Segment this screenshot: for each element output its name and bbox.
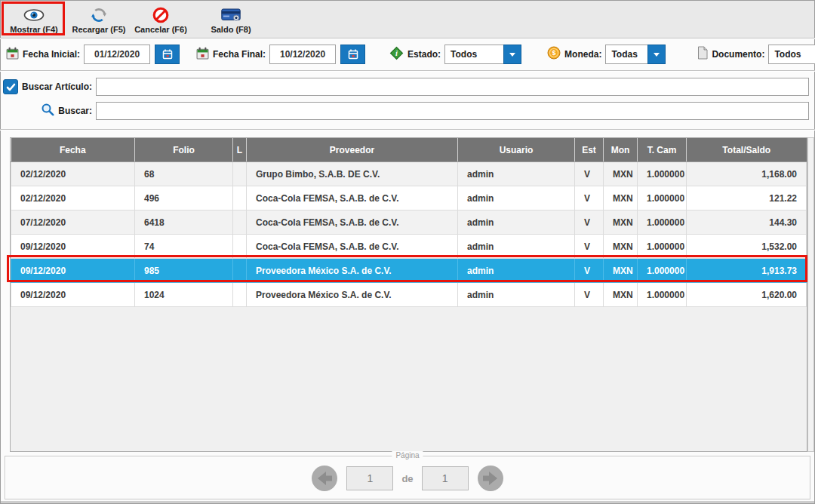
table-cell[interactable]: V bbox=[575, 186, 604, 211]
table-cell[interactable]: 6418 bbox=[135, 211, 233, 235]
table-row[interactable]: 07/12/20206418Coca-Cola FEMSA, S.A.B. de… bbox=[11, 211, 807, 235]
cancelar-button[interactable]: Cancelar (F6) bbox=[132, 3, 189, 36]
estado-select[interactable]: Todos bbox=[444, 45, 521, 64]
column-header-est[interactable]: Est bbox=[575, 138, 604, 162]
table-cell[interactable]: V bbox=[575, 259, 604, 283]
buscar-input[interactable] bbox=[96, 102, 809, 120]
table-cell[interactable]: admin bbox=[458, 235, 575, 259]
table-cell[interactable]: V bbox=[575, 162, 604, 186]
column-header-l[interactable]: L bbox=[233, 138, 247, 162]
moneda-dropdown-button[interactable] bbox=[647, 45, 666, 64]
documento-select[interactable]: Todos bbox=[768, 45, 815, 64]
table-cell[interactable]: Coca-Cola FEMSA, S.A.B. de C.V. bbox=[247, 235, 458, 259]
table-row[interactable]: 09/12/202074Coca-Cola FEMSA, S.A.B. de C… bbox=[11, 235, 807, 259]
table-cell[interactable]: 1.000000 bbox=[638, 162, 687, 186]
table-cell[interactable]: 1,620.00 bbox=[687, 283, 807, 307]
table-cell[interactable] bbox=[233, 211, 247, 235]
table-row[interactable]: 09/12/2020985Proveedora México S.A. de C… bbox=[11, 259, 807, 283]
fecha-final-input[interactable] bbox=[269, 45, 336, 64]
table-cell[interactable]: 09/12/2020 bbox=[11, 283, 135, 307]
table-cell[interactable]: admin bbox=[458, 162, 575, 186]
column-header-mon[interactable]: Mon bbox=[604, 138, 638, 162]
fecha-inicial-label: Fecha Inicial: bbox=[23, 49, 80, 60]
buscar-articulo-row: Buscar Artículo: bbox=[0, 77, 815, 97]
buscar-articulo-input[interactable] bbox=[96, 78, 809, 96]
table-cell[interactable] bbox=[233, 162, 247, 186]
column-header-fecha[interactable]: Fecha bbox=[11, 138, 135, 162]
table-cell[interactable]: 07/12/2020 bbox=[11, 211, 135, 235]
table-cell[interactable]: MXN bbox=[604, 283, 638, 307]
table-row[interactable]: 02/12/2020496Coca-Cola FEMSA, S.A.B. de … bbox=[11, 186, 807, 211]
table-cell[interactable]: admin bbox=[458, 283, 575, 307]
table-cell[interactable]: Proveedora México S.A. de C.V. bbox=[247, 283, 458, 307]
column-header-usuario[interactable]: Usuario bbox=[458, 138, 575, 162]
table-cell[interactable]: Grupo Bimbo, S.A.B. DE C.V. bbox=[247, 162, 458, 186]
table-cell[interactable]: MXN bbox=[604, 162, 638, 186]
table-cell[interactable] bbox=[233, 259, 247, 283]
calendar-picker-icon bbox=[161, 48, 174, 60]
column-header-proveedor[interactable]: Proveedor bbox=[247, 138, 458, 162]
fecha-final-calendar-button[interactable] bbox=[340, 45, 365, 64]
saldo-button[interactable]: Saldo (F8) bbox=[203, 3, 259, 36]
table-scrollbar-track[interactable] bbox=[807, 137, 814, 452]
table-cell[interactable]: admin bbox=[458, 211, 575, 235]
fecha-inicial-calendar-button[interactable] bbox=[155, 45, 180, 64]
fecha-inicial-input[interactable] bbox=[84, 45, 150, 64]
table-cell[interactable]: 1,532.00 bbox=[687, 235, 807, 259]
table-cell[interactable]: admin bbox=[458, 186, 575, 211]
table-cell[interactable]: 121.22 bbox=[687, 186, 807, 211]
table-cell[interactable]: 1.000000 bbox=[638, 283, 687, 307]
search-separator bbox=[0, 129, 815, 130]
column-header-total-saldo[interactable]: Total/Saldo bbox=[687, 138, 807, 162]
table-cell[interactable]: admin bbox=[458, 259, 575, 283]
next-page-button[interactable] bbox=[477, 465, 504, 492]
table-cell[interactable]: Coca-Cola FEMSA, S.A.B. de C.V. bbox=[247, 211, 458, 235]
total-pages-input[interactable] bbox=[422, 466, 469, 490]
estado-dropdown-button[interactable] bbox=[503, 45, 521, 64]
column-header-t-cam[interactable]: T. Cam bbox=[638, 138, 687, 162]
table-cell[interactable]: V bbox=[575, 283, 604, 307]
table-cell[interactable]: 1,913.73 bbox=[687, 259, 807, 283]
table-cell[interactable]: MXN bbox=[604, 259, 638, 283]
table-cell[interactable]: 1.000000 bbox=[638, 186, 687, 211]
table-cell[interactable]: 1024 bbox=[135, 283, 233, 307]
table-row[interactable]: 09/12/20201024Proveedora México S.A. de … bbox=[11, 283, 807, 307]
table-cell[interactable]: 985 bbox=[135, 259, 233, 283]
table-row[interactable]: 02/12/202068Grupo Bimbo, S.A.B. DE C.V.a… bbox=[11, 162, 807, 186]
table-cell[interactable]: 68 bbox=[135, 162, 233, 186]
moneda-select[interactable]: Todas bbox=[605, 45, 666, 64]
pagination-panel: Página de bbox=[5, 456, 810, 499]
table-cell[interactable]: Coca-Cola FEMSA, S.A.B. de C.V. bbox=[247, 186, 458, 211]
buscar-articulo-checkbox[interactable] bbox=[3, 79, 18, 94]
table-cell[interactable]: V bbox=[575, 211, 604, 235]
credit-card-icon bbox=[221, 6, 241, 24]
mostrar-label: Mostrar (F4) bbox=[10, 25, 58, 34]
table-cell[interactable]: 1.000000 bbox=[638, 259, 687, 283]
fecha-final-label: Fecha Final: bbox=[213, 49, 266, 60]
table-cell[interactable]: 1.000000 bbox=[638, 235, 687, 259]
recargar-button[interactable]: Recargar (F5) bbox=[70, 3, 128, 36]
table-cell[interactable]: 09/12/2020 bbox=[11, 259, 135, 283]
table-cell[interactable]: MXN bbox=[604, 235, 638, 259]
gold-coin-icon: $ bbox=[547, 46, 561, 63]
mostrar-button[interactable]: Mostrar (F4) bbox=[4, 3, 64, 36]
table-cell[interactable]: 09/12/2020 bbox=[11, 235, 135, 259]
table-cell[interactable] bbox=[233, 283, 247, 307]
table-cell[interactable]: 02/12/2020 bbox=[11, 162, 135, 186]
current-page-input[interactable] bbox=[346, 466, 393, 490]
table-cell[interactable]: V bbox=[575, 235, 604, 259]
table-cell[interactable] bbox=[233, 235, 247, 259]
table-cell[interactable]: 02/12/2020 bbox=[11, 186, 135, 211]
table-cell[interactable]: 1.000000 bbox=[638, 211, 687, 235]
table-cell[interactable]: 496 bbox=[135, 186, 233, 211]
table-cell[interactable] bbox=[233, 186, 247, 211]
column-header-folio[interactable]: Folio bbox=[135, 138, 233, 162]
table-cell[interactable]: MXN bbox=[604, 186, 638, 211]
toolbar: Mostrar (F4) Recargar (F5) Cancelar (F6)… bbox=[1, 1, 814, 38]
previous-page-button[interactable] bbox=[311, 465, 338, 492]
table-cell[interactable]: MXN bbox=[604, 211, 638, 235]
table-cell[interactable]: 74 bbox=[135, 235, 233, 259]
table-cell[interactable]: 1,168.00 bbox=[687, 162, 807, 186]
table-cell[interactable]: 144.30 bbox=[687, 211, 807, 235]
table-cell[interactable]: Proveedora México S.A. de C.V. bbox=[247, 259, 458, 283]
